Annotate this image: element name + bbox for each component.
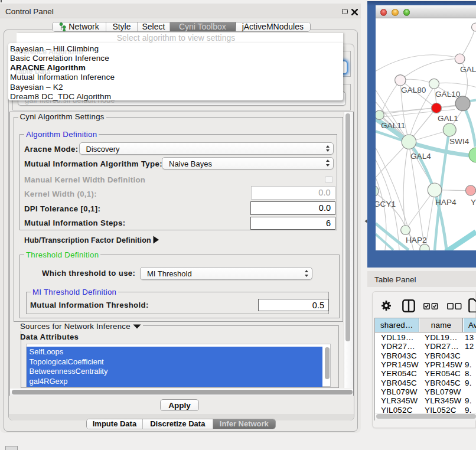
svg-text:GAL10: GAL10 (435, 89, 461, 98)
svg-text:GCY1: GCY1 (376, 200, 396, 208)
svg-text:GAL1: GAL1 (438, 113, 458, 122)
svg-text:HAP4: HAP4 (435, 198, 457, 207)
svg-text:GAL2: GAL2 (460, 64, 476, 73)
svg-text:HAP2: HAP2 (406, 236, 427, 244)
svg-text:GAL4: GAL4 (410, 151, 431, 160)
svg-text:YB: YB (471, 198, 476, 207)
svg-text:SWI4: SWI4 (449, 137, 470, 146)
svg-text:GAL11: GAL11 (381, 121, 405, 130)
svg-text:GAL80: GAL80 (401, 85, 426, 94)
